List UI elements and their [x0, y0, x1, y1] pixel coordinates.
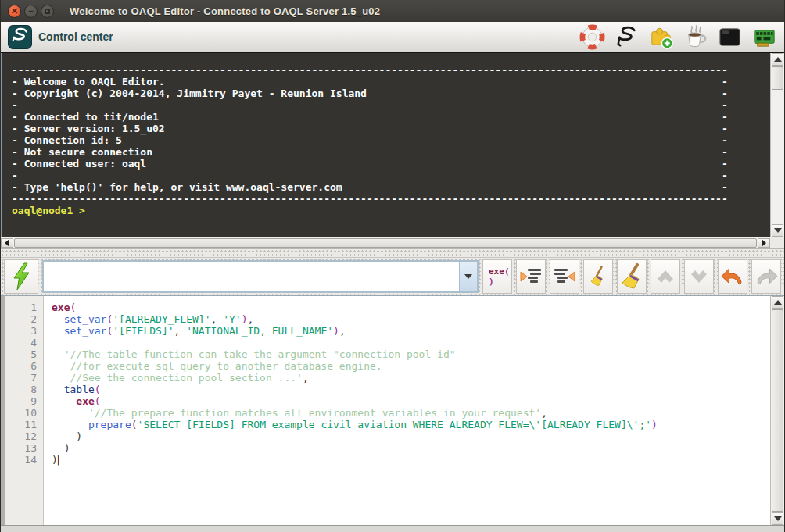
maximize-button[interactable]: [41, 5, 54, 18]
app-window: ✕ − Welcome to OAQL Editor - Connected t…: [0, 0, 785, 532]
execute-button[interactable]: [4, 259, 38, 294]
snake-icon: [614, 24, 640, 50]
arrow-right-icon: [762, 239, 766, 247]
code-line: set_var('[ALREADY_FLEW]', 'Y'),: [52, 313, 770, 325]
terminal-line: --: [12, 99, 728, 111]
line-number: 1: [5, 302, 43, 313]
terminal-line: - Connected to tit/node1-: [12, 111, 728, 123]
line-number: 12: [5, 430, 43, 442]
code-line: set_var('[FIELDS]', 'NATIONAL_ID, FULL_N…: [52, 325, 770, 337]
add-plugin-button[interactable]: [647, 23, 675, 51]
code-editor[interactable]: 1234567891011121314 exe( set_var('[ALREA…: [1, 296, 770, 525]
hardware-card-icon: [751, 24, 777, 50]
scrollbar-thumb[interactable]: [14, 238, 757, 248]
java-console-button[interactable]: [681, 23, 709, 51]
terminal-line: - Connection id: 5-: [12, 134, 728, 146]
exe-template-line1: exe(: [489, 266, 510, 277]
scroll-down-button[interactable]: [772, 224, 783, 237]
terminal-line: --: [12, 170, 728, 181]
code-line: [52, 337, 770, 348]
arrow-down-icon: [774, 516, 782, 521]
terminal-line: ----------------------------------------…: [12, 193, 770, 205]
minimize-button[interactable]: −: [24, 5, 38, 18]
code-line: exe(: [52, 395, 770, 407]
code-line: prepare('SELECT [FIELDS] FROM example_ci…: [52, 419, 770, 430]
close-button[interactable]: ✕: [8, 5, 21, 18]
outdent-icon: [551, 263, 578, 290]
clean-all-button[interactable]: [617, 259, 647, 294]
command-input[interactable]: [44, 262, 459, 291]
code-content[interactable]: exe( set_var('[ALREADY_FLEW]', 'Y'), set…: [44, 296, 770, 525]
coffee-icon: [683, 24, 708, 50]
titlebar: ✕ − Welcome to OAQL Editor - Connected t…: [1, 0, 784, 22]
editor-scrollbar-vertical[interactable]: [770, 296, 784, 525]
terminal-scrollbar-horizontal[interactable]: [1, 237, 770, 248]
combo-dropdown-button[interactable]: [459, 262, 477, 291]
line-number: 6: [5, 360, 43, 372]
terminal-line: - Copyright (c) 2004-2014, Jimmitry Paye…: [12, 87, 728, 99]
broom-large-icon: [618, 263, 645, 290]
command-toolbar: exe( ): [1, 258, 784, 295]
terminal-lines: ----------------------------------------…: [12, 64, 770, 205]
indent-button[interactable]: [516, 259, 546, 294]
snake-button[interactable]: [612, 23, 640, 51]
scrollbar-thumb[interactable]: [772, 309, 783, 512]
redo-icon: [753, 263, 780, 290]
code-line: '//The table function can take the argum…: [52, 348, 770, 360]
line-number: 11: [5, 419, 43, 430]
line-number: 9: [5, 395, 43, 407]
indent-icon: [518, 263, 544, 290]
terminal-line: - Welcome to OAQL Editor.-: [12, 76, 728, 87]
line-number: 7: [5, 372, 43, 384]
code-line: table(: [52, 384, 770, 395]
move-down-button[interactable]: [684, 259, 714, 294]
scroll-down-button[interactable]: [772, 512, 783, 525]
undo-button[interactable]: [718, 259, 747, 294]
terminal-button[interactable]: [715, 23, 744, 51]
lifebuoy-icon: [579, 24, 605, 50]
line-number: 4: [5, 337, 43, 348]
outdent-button[interactable]: [550, 259, 579, 294]
scroll-up-button[interactable]: [772, 53, 783, 66]
arrow-up-icon: [774, 300, 782, 305]
insert-exe-template-button[interactable]: exe( ): [482, 259, 512, 294]
line-number: 2: [5, 313, 43, 325]
code-line: )|: [52, 454, 770, 466]
clean-button[interactable]: [583, 259, 613, 294]
terminal-line: - Server version: 1.5_u02-: [12, 123, 728, 134]
scroll-right-button[interactable]: [758, 238, 770, 248]
scroll-up-button[interactable]: [772, 296, 783, 309]
line-number: 5: [5, 348, 43, 360]
bottom-edge-strip: [1, 525, 784, 532]
line-number: 13: [5, 442, 43, 454]
line-number: 3: [5, 325, 43, 337]
code-line: //See the connection pool section ...',: [52, 372, 770, 384]
window-title: Welcome to OAQL Editor - Connected to OA…: [70, 5, 380, 17]
code-line: '//The prepare function matches all envi…: [52, 407, 770, 419]
help-button[interactable]: [578, 23, 606, 51]
scrollbar-thumb[interactable]: [772, 66, 783, 90]
hardware-button[interactable]: [750, 23, 778, 51]
terminal-line: - Connected user: oaql-: [12, 158, 728, 170]
splitter-gripper[interactable]: [1, 248, 784, 258]
line-number: 8: [5, 384, 43, 395]
header-toolbar: Control center: [1, 22, 784, 53]
terminal-output[interactable]: ----------------------------------------…: [1, 53, 770, 237]
code-line: //for execute sql query to another datab…: [52, 360, 770, 372]
terminal-line: - Type 'help()' for help, or visit www.o…: [12, 181, 728, 193]
maximize-icon: [45, 9, 50, 14]
terminal-line: ----------------------------------------…: [12, 64, 770, 76]
editor-panel: 1234567891011121314 exe( set_var('[ALREA…: [1, 295, 784, 525]
move-up-button[interactable]: [651, 259, 680, 294]
arrow-left-icon: [5, 239, 9, 247]
app-title: Control center: [38, 30, 113, 43]
command-combobox[interactable]: [42, 260, 479, 293]
broom-small-icon: [586, 265, 610, 288]
line-number: 10: [5, 407, 43, 419]
arrow-up-icon: [774, 57, 782, 62]
terminal-scrollbar-vertical[interactable]: [770, 53, 784, 237]
scroll-left-button[interactable]: [1, 238, 13, 248]
line-number: 14: [5, 454, 43, 466]
redo-button[interactable]: [751, 259, 781, 294]
exe-template-line2: ): [489, 277, 494, 287]
